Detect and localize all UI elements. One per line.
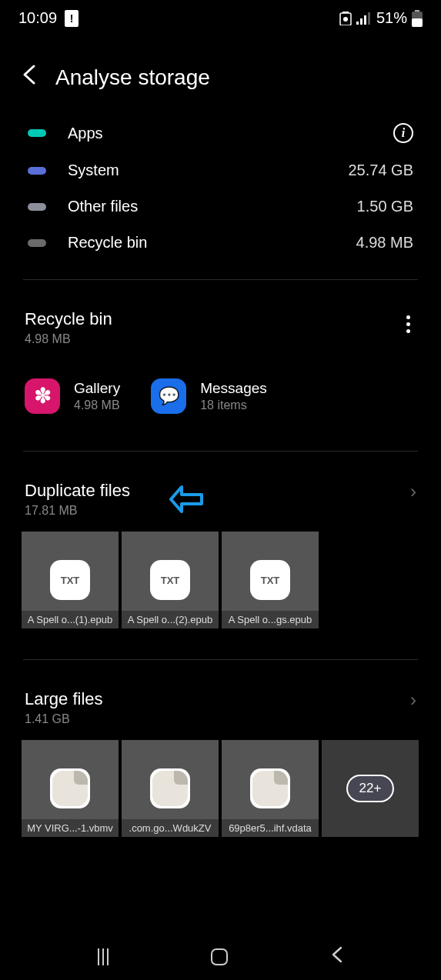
duplicates-size: 17.81 MB <box>25 504 130 518</box>
info-icon[interactable]: i <box>393 123 413 143</box>
battery-icon <box>412 10 423 27</box>
svg-rect-9 <box>412 18 423 27</box>
dup-file-3[interactable]: TXT A Spell o...gs.epub <box>222 532 319 628</box>
large-more[interactable]: 22+ <box>322 740 419 837</box>
page-title: Analyse storage <box>55 65 210 90</box>
divider <box>23 659 418 660</box>
annotation-arrow-icon <box>169 485 203 513</box>
svg-rect-3 <box>356 22 359 25</box>
more-count-badge: 22+ <box>346 775 394 802</box>
category-other[interactable]: Other files 1.50 GB <box>28 188 413 225</box>
chevron-right-icon: › <box>410 481 416 502</box>
duplicate-thumbs: TXT A Spell o...(1).epub TXT A Spell o..… <box>0 525 441 641</box>
messages-icon: 💬 <box>151 378 186 414</box>
category-apps[interactable]: Apps i <box>28 114 413 152</box>
category-system[interactable]: System 25.74 GB <box>28 152 413 188</box>
battery-saver-icon <box>339 12 352 25</box>
svg-rect-6 <box>368 12 370 25</box>
recycle-item-gallery[interactable]: ✽ Gallery 4.98 MB <box>25 378 120 414</box>
more-options-button[interactable] <box>400 309 416 339</box>
chevron-right-icon: › <box>410 689 416 711</box>
svg-rect-5 <box>364 15 366 25</box>
divider <box>23 451 418 452</box>
svg-rect-4 <box>360 18 362 25</box>
large-size: 1.41 GB <box>25 712 103 726</box>
nav-home-button[interactable] <box>211 948 228 965</box>
battery-percent: 51% <box>376 9 407 27</box>
signal-icon <box>356 12 372 25</box>
recycle-section: Recycle bin 4.98 MB <box>0 298 441 354</box>
nav-back-button[interactable] <box>330 945 344 968</box>
category-color-apps <box>28 129 46 137</box>
status-bar: 10:09 ! 51% <box>0 0 441 33</box>
dup-file-2[interactable]: TXT A Spell o...(2).epub <box>122 532 219 628</box>
recycle-size: 4.98 MB <box>25 332 112 346</box>
category-color-recycle <box>28 239 46 247</box>
dup-file-1[interactable]: TXT A Spell o...(1).epub <box>22 532 119 628</box>
large-file-1[interactable]: MY VIRG...-1.vbmv <box>22 740 119 837</box>
large-files-section[interactable]: Large files 1.41 GB › <box>0 678 441 734</box>
back-button[interactable] <box>22 64 37 91</box>
android-nav-bar <box>0 934 441 980</box>
large-title: Large files <box>25 689 103 709</box>
recycle-title: Recycle bin <box>25 309 112 329</box>
duplicates-section[interactable]: Duplicate files 17.81 MB › <box>0 470 441 525</box>
category-color-other <box>28 203 46 211</box>
status-time: 10:09 <box>18 9 57 27</box>
nav-recent-button[interactable] <box>98 948 109 965</box>
category-color-system <box>28 167 46 175</box>
category-recycle[interactable]: Recycle bin 4.98 MB <box>28 225 413 261</box>
file-icon <box>50 768 90 808</box>
txt-icon: TXT <box>250 560 290 600</box>
recycle-item-messages[interactable]: 💬 Messages 18 items <box>151 378 267 414</box>
svg-rect-7 <box>415 10 419 12</box>
file-icon <box>150 768 190 808</box>
txt-icon: TXT <box>150 560 190 600</box>
notification-icon: ! <box>65 10 79 27</box>
file-icon <box>250 768 290 808</box>
large-thumbs: MY VIRG...-1.vbmv .com.go...WdukZV 69p8e… <box>0 734 441 849</box>
large-file-3[interactable]: 69p8er5...ihf.vdata <box>222 740 319 837</box>
svg-point-2 <box>343 17 348 22</box>
duplicates-title: Duplicate files <box>25 481 130 501</box>
txt-icon: TXT <box>50 560 90 600</box>
gallery-icon: ✽ <box>25 378 60 414</box>
header: Analyse storage <box>0 33 441 114</box>
large-file-2[interactable]: .com.go...WdukZV <box>122 740 219 837</box>
storage-categories: Apps i System 25.74 GB Other files 1.50 … <box>0 114 441 261</box>
divider <box>23 279 418 280</box>
